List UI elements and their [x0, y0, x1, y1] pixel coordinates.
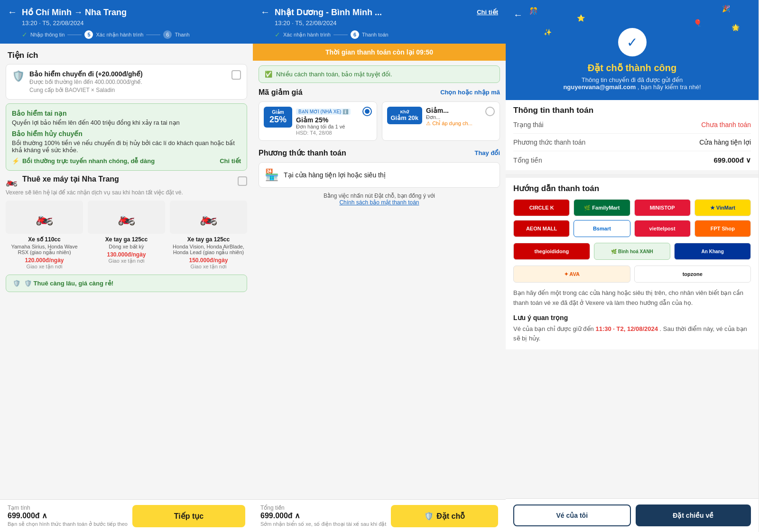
my-ticket-button[interactable]: Vé của tôi	[513, 504, 631, 526]
accident-desc: Quyền lợi bảo hiểm lên đến 400 triệu đồn…	[12, 119, 241, 126]
store-tgdd: thegioididong	[513, 243, 590, 260]
panel-2: ← Nhật Dương - Bình Minh ... Chi tiết 13…	[253, 0, 506, 532]
discount-card-2[interactable]: Khứ Giảm 20k Giảm... Đơn... ⚠ Chỉ áp dụn…	[382, 101, 500, 141]
discount-link[interactable]: Chọn hoặc nhập mã	[440, 89, 500, 96]
check-icon: ✓	[627, 35, 638, 50]
total-value: 699.000đ ∨	[713, 156, 751, 165]
bike-price-1: 120.000đ/ngày	[6, 257, 83, 264]
payment-guide-section: Hướng dẫn thanh toán CIRCLE K 🌿 FamilyMa…	[506, 178, 759, 349]
insurance-checkbox[interactable]	[231, 70, 241, 80]
step2-num-2: 6	[351, 30, 359, 39]
warning-title: Lưu ý quan trọng	[513, 314, 751, 321]
rental-promo: 🛡️ 🛡️ Thuê càng lâu, giá càng rẻ!	[6, 275, 247, 292]
payment-change-link[interactable]: Thay đổi	[474, 149, 500, 156]
back-button[interactable]: ←	[8, 7, 17, 18]
security-notice: ✅ Nhiều cách thanh toán, bảo mật tuyệt đ…	[259, 65, 500, 83]
consent-text: Bằng việc nhấn nút Đặt chỗ, bạn đồng ý v…	[253, 193, 506, 211]
book-seat-button[interactable]: 🛡️ Đặt chỗ	[391, 505, 498, 527]
total-block: Tổng tiền 699.000đ ∧ Sớm nhận biển số xe…	[260, 504, 386, 527]
total-row: Tổng tiền 699.000đ ∨	[513, 156, 751, 165]
discount-radio-1[interactable]	[362, 107, 372, 116]
payment-header: Phương thức thanh toán Thay đổi	[259, 148, 500, 157]
discount-tag-1: BẠN MỚI (NHÀ XE) ℹ️	[296, 109, 351, 115]
success-title: Đặt chỗ thành công	[513, 62, 751, 73]
status-row: Trạng thái Chưa thanh toán	[513, 121, 751, 134]
total-price: 699.000đ ∧	[260, 511, 386, 520]
payment-info-section: Thông tin thanh toán Trạng thái Chưa tha…	[506, 100, 759, 170]
security-icon: ✅	[265, 71, 272, 78]
guide-text: Bạn hãy đến một trong các cửa hàng hoặc …	[513, 288, 751, 308]
insurance-item[interactable]: 🛡️ Bảo hiểm chuyến đi (+20.000đ/ghế) Đượ…	[6, 64, 247, 100]
accident-insurance: Bảo hiểm tai nạn Quyền lợi bảo hiểm lên …	[12, 110, 241, 126]
bike-image-2: 🏍️	[88, 201, 165, 234]
detail-link[interactable]: Chi tiết	[220, 157, 241, 165]
discount-cond-2: Đơn...	[426, 114, 481, 120]
privacy-policy-link[interactable]: Chính sách bảo mật thanh toán	[339, 199, 419, 206]
discount-cond-1: Đơn hàng tối đa 1 vé	[296, 124, 359, 130]
payment-method-section: Phương thức thanh toán Thay đổi 🏪 Tại cử…	[253, 148, 506, 188]
discount-radio-2[interactable]	[485, 107, 495, 116]
store-logos-grid: CIRCLE K 🌿 FamilyMart MINISTOP ★ VinMart…	[513, 199, 751, 237]
rental-checkbox[interactable]	[238, 176, 247, 186]
book-label: Đặt chỗ	[436, 512, 465, 521]
warning-deadline: 11:30 · T2, 12/08/2024	[595, 325, 658, 332]
back-button-2[interactable]: ←	[260, 7, 270, 18]
desc-prefix: Thông tin chuyến đi đã được gửi đến	[582, 76, 683, 83]
total-label-3: Tổng tiền	[513, 156, 542, 164]
confetti-5: ✨	[544, 28, 552, 36]
store-mini-stop: MINISTOP	[634, 199, 691, 216]
method-text: Tại cửa hàng tiện lợi hoặc siêu thị	[284, 171, 386, 179]
rental-desc: Vexere sẽ liên hệ lại để xác nhận dịch v…	[6, 189, 247, 196]
insurance-providers: Cung cấp bởi BAOVIET × Saladin	[29, 87, 227, 93]
store-viettel: viettelpost	[634, 220, 691, 237]
panel3-content: Thông tin thanh toán Trạng thái Chưa tha…	[506, 100, 759, 498]
discount-title: Mã giảm giá	[259, 88, 303, 97]
step-divider	[67, 35, 82, 35]
back-button-3[interactable]: ←	[513, 9, 523, 20]
footer-note-2: Sớm nhận biển số xe, số điện thoại tài x…	[260, 521, 386, 527]
store-logos-row3: ✦ AVA topzone	[513, 266, 751, 283]
detail-link-2[interactable]: Chi tiết	[477, 9, 498, 16]
step-check-icon: ✓	[22, 31, 28, 38]
success-nav: ←	[513, 9, 751, 20]
discount-section: Mã giảm giá Chọn hoặc nhập mã Giảm 25% B…	[253, 88, 506, 141]
payment-info-title: Thông tin thanh toán	[513, 106, 751, 115]
panel-3: 🎊 ⭐ 🎉 🎈 ✨ 🌟 ← ✓ Đặt chỗ thành công Thông…	[506, 0, 759, 532]
guide-title: Hướng dẫn thanh toán	[513, 183, 751, 193]
payment-timer: Thời gian thanh toán còn lại 09:50	[253, 44, 506, 61]
bike-icon: 🏍️	[6, 175, 18, 187]
store-bsmart: Bsmart	[574, 220, 630, 237]
store-aeon: AEON MALL	[513, 220, 570, 237]
discount-card-1[interactable]: Giảm 25% BẠN MỚI (NHÀ XE) ℹ️ Giảm 25% Đơ…	[259, 101, 377, 141]
method-value: Cửa hàng tiện lợi	[699, 138, 751, 146]
promo-label: 🛡️ Thuê càng lâu, giá càng rẻ!	[24, 280, 113, 287]
step-divider2	[146, 35, 160, 35]
route-title: Hồ Chí Minh → Nha Trang	[22, 7, 127, 18]
footer-note: Bạn sẽ chọn hình thức thanh toán ở bước …	[8, 521, 128, 527]
store-circle-k: CIRCLE K	[513, 199, 570, 216]
step-divider-2	[333, 35, 348, 35]
store-binhoa: 🌿 Bình hoá XANH	[594, 243, 671, 260]
insurance-desc: Được bồi thường lên đến 400.000.000đ/ghế…	[29, 79, 227, 85]
price-label: Tạm tính	[8, 504, 128, 511]
status-value: Chưa thanh toán	[701, 121, 751, 128]
panel-1: ← Hồ Chí Minh → Nha Trang 13:20 · T5, 22…	[0, 0, 253, 532]
booking-steps-2: ✓ Xác nhận hành trình 6 Thanh toán	[275, 30, 498, 39]
accident-title: Bảo hiểm tai nạn	[12, 110, 241, 117]
rental-title: Thuê xe máy tại Nha Trang	[22, 174, 233, 183]
discount-badge-1: Giảm 25%	[264, 107, 292, 128]
step1-label: Nhập thông tin	[30, 32, 65, 38]
return-ticket-button[interactable]: Đặt chiều về	[636, 504, 751, 526]
discount-warning-2: ⚠ Chỉ áp dụng ch...	[426, 120, 481, 127]
discount-header: Mã giảm giá Chọn hoặc nhập mã	[259, 88, 500, 97]
step1-label-2: Xác nhận hành trình	[283, 32, 331, 38]
utilities-title: Tiện ích	[0, 44, 253, 64]
fast-icon: ⚡	[12, 157, 19, 165]
price-block: Tạm tính 699.000đ ∧ Bạn sẽ chọn hình thứ…	[8, 504, 128, 527]
continue-button[interactable]: Tiếp tục	[132, 505, 245, 527]
trip-datetime-2: 13:20 · T5, 22/08/2024	[275, 19, 498, 27]
cancel-desc: Bồi thường 100% tiền vé nếu chuyến đi bị…	[12, 139, 241, 154]
panel3-footer: Vé của tôi Đặt chiều về	[506, 498, 759, 532]
bike-models-2: Dòng xe bất kỳ	[88, 244, 165, 250]
warning-text: Vé của bạn chỉ được giữ đến 11:30 · T2, …	[513, 324, 751, 344]
